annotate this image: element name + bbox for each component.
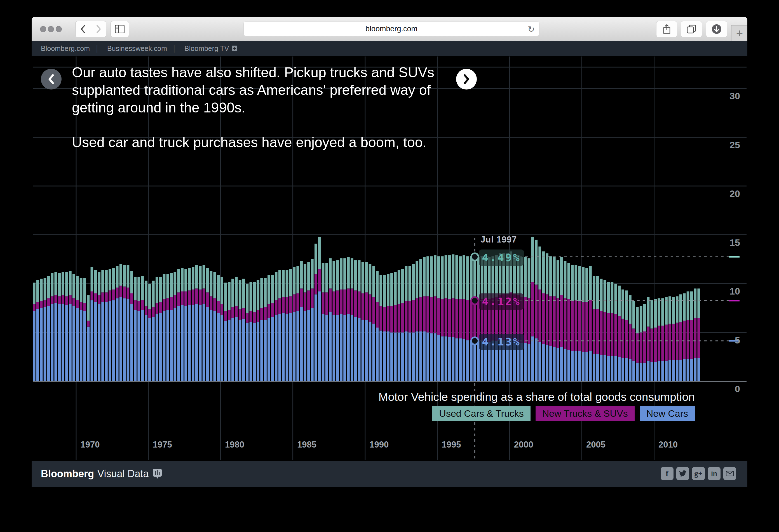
traffic-light-close-icon[interactable]	[40, 26, 46, 32]
bar-segment-used_cars_trucks	[542, 252, 545, 293]
forward-button[interactable]	[91, 21, 106, 37]
bar-segment-used_cars_trucks	[647, 297, 650, 327]
chart-bubble-icon	[153, 468, 162, 479]
bar-segment-new_cars	[463, 339, 465, 381]
facebook-button[interactable]: f	[661, 467, 673, 480]
url-field[interactable]: bloomberg.com ↻	[243, 21, 539, 36]
browser-window: bloomberg.com ↻	[32, 17, 747, 520]
back-button[interactable]	[75, 21, 91, 37]
bar-segment-used_cars_trucks	[282, 270, 285, 297]
legend-chip[interactable]: New Trucks & SUVs	[536, 406, 635, 421]
bar-segment-new_cars	[105, 302, 108, 381]
bar-segment-new_cars	[690, 359, 693, 381]
bar-segment-used_cars_trucks	[636, 307, 639, 333]
bar-segment-used_cars_trucks	[228, 282, 231, 310]
bar-segment-new_trucks_suvs	[379, 306, 382, 330]
bar-segment-new_cars	[47, 306, 50, 381]
bar-segment-new_trucks_suvs	[658, 326, 660, 361]
bar-segment-new_cars	[614, 356, 617, 381]
bar-segment-used_cars_trucks	[611, 282, 614, 313]
bar-segment-new_cars	[184, 306, 187, 381]
bar-segment-used_cars_trucks	[661, 298, 664, 326]
reload-icon[interactable]: ↻	[528, 24, 535, 34]
bar-segment-new_cars	[372, 324, 375, 381]
tab-overview-button[interactable]	[681, 21, 702, 37]
nav-link-businessweek[interactable]: Businessweek.com	[107, 45, 167, 53]
bar-segment-used_cars_trucks	[372, 266, 375, 297]
nav-link-bloomberg-tv[interactable]: Bloomberg TV	[184, 45, 229, 53]
bar-segment-used_cars_trucks	[318, 237, 321, 269]
tooltip-new-cars-value: 4.13%	[479, 334, 524, 350]
bar-segment-used_cars_trucks	[54, 272, 57, 295]
bar-segment-used_cars_trucks	[101, 270, 104, 292]
traffic-light-zoom-icon[interactable]	[56, 26, 62, 32]
traffic-light-minimize-icon[interactable]	[48, 26, 54, 32]
nav-link-bloomberg[interactable]: Bloomberg.com	[41, 45, 90, 53]
bar-segment-new_trucks_suvs	[246, 313, 249, 323]
bar-segment-new_trucks_suvs	[181, 291, 184, 305]
bar-segment-new_cars	[296, 311, 299, 381]
x-tick-label: 1975	[145, 440, 179, 450]
previous-slide-button[interactable]	[41, 69, 62, 89]
bar-segment-used_cars_trucks	[434, 255, 436, 296]
bar-segment-new_cars	[137, 311, 140, 381]
bar-segment-used_cars_trucks	[473, 257, 476, 301]
bar-segment-new_trucks_suvs	[553, 296, 556, 347]
bar-segment-used_cars_trucks	[340, 258, 343, 289]
bar-segment-new_cars	[340, 314, 343, 381]
bar-segment-new_trucks_suvs	[452, 298, 455, 337]
bar-segment-new_cars	[65, 305, 68, 381]
bar-segment-used_cars_trucks	[76, 276, 79, 300]
bar-segment-new_trucks_suvs	[289, 296, 292, 313]
screenshot-stage: bloomberg.com ↻	[0, 0, 779, 532]
footer-brand[interactable]: Bloomberg Visual Data	[41, 468, 162, 480]
email-button[interactable]	[723, 467, 736, 480]
bar-segment-used_cars_trucks	[621, 289, 624, 319]
callout-ring-marker	[471, 337, 478, 345]
bar-segment-new_cars	[318, 291, 321, 381]
bar-segment-new_cars	[231, 318, 234, 381]
bar-segment-new_trucks_suvs	[343, 289, 346, 315]
bar-segment-new_trucks_suvs	[250, 311, 252, 322]
bar-segment-used_cars_trucks	[69, 271, 72, 295]
bar-segment-used_cars_trucks	[44, 278, 47, 300]
bar-segment-new_trucks_suvs	[83, 303, 86, 311]
plus-box-icon[interactable]: +	[232, 46, 237, 51]
bar-segment-new_cars	[596, 354, 599, 381]
bar-segment-new_cars	[351, 315, 353, 381]
bar-segment-new_cars	[607, 356, 610, 381]
bar-segment-new_trucks_suvs	[145, 306, 147, 315]
bar-segment-new_cars	[347, 314, 350, 381]
bar-segment-new_trucks_suvs	[376, 302, 378, 328]
bar-segment-new_cars	[188, 305, 191, 381]
x-tick-label: 2000	[507, 440, 540, 450]
legend-chip[interactable]: Used Cars & Trucks	[432, 406, 530, 421]
next-slide-button[interactable]	[456, 69, 477, 89]
bar-segment-new_trucks_suvs	[582, 302, 585, 352]
legend-chip[interactable]: New Cars	[640, 406, 695, 421]
linkedin-button[interactable]: in	[708, 467, 721, 480]
bar-segment-new_cars	[314, 294, 317, 381]
bar-segment-used_cars_trucks	[354, 260, 357, 290]
bar-segment-used_cars_trucks	[83, 278, 86, 303]
twitter-button[interactable]	[676, 467, 689, 480]
bar-segment-new_trucks_suvs	[242, 308, 245, 319]
bar-segment-new_trucks_suvs	[311, 288, 314, 308]
bar-segment-used_cars_trucks	[394, 272, 397, 305]
bar-segment-used_cars_trucks	[156, 277, 158, 303]
bar-segment-used_cars_trucks	[697, 288, 700, 318]
google-plus-button[interactable]: g+	[692, 467, 705, 480]
bar-segment-used_cars_trucks	[546, 253, 548, 294]
bar-segment-new_trucks_suvs	[473, 301, 476, 341]
new-tab-button[interactable]: +	[731, 25, 747, 42]
downloads-button[interactable]	[706, 21, 727, 37]
bar-segment-new_cars	[362, 320, 364, 381]
bar-segment-used_cars_trucks	[416, 261, 418, 298]
bar-segment-used_cars_trucks	[221, 277, 223, 304]
bar-segment-used_cars_trucks	[409, 266, 411, 301]
sidebar-toggle-button[interactable]	[111, 21, 129, 37]
bar-segment-used_cars_trucks	[65, 272, 68, 296]
bar-segment-new_trucks_suvs	[239, 309, 241, 320]
bar-segment-used_cars_trucks	[260, 278, 263, 308]
share-button[interactable]	[656, 21, 677, 37]
